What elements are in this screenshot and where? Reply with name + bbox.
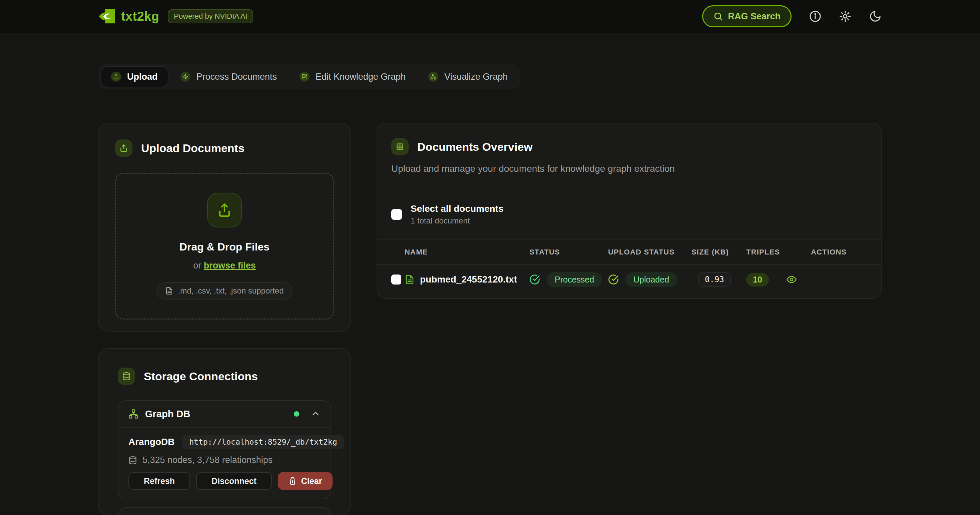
graph-db-stats: 5,325 nodes, 3,758 relationships: [129, 455, 321, 465]
view-document-button[interactable]: [786, 274, 797, 285]
column-header-triples: TRIPLES: [746, 248, 786, 256]
eye-icon: [786, 274, 797, 285]
upload-icon: [207, 193, 242, 227]
database-icon: [118, 367, 135, 385]
disconnect-button[interactable]: Disconnect: [196, 472, 272, 490]
supported-formats-pill: .md, .csv, .txt, .json supported: [156, 282, 292, 299]
check-circle-icon: [608, 274, 619, 285]
gear-icon: [839, 10, 851, 23]
app-title: txt2kg: [121, 10, 159, 24]
graph-db-status-dot: [294, 411, 299, 416]
info-button[interactable]: [809, 10, 822, 23]
document-name: pubmed_24552120.txt: [420, 274, 517, 285]
column-header-name: NAME: [405, 248, 529, 256]
file-icon: [165, 287, 173, 295]
network-icon: [129, 409, 138, 419]
select-all-checkbox[interactable]: [391, 209, 402, 220]
graph-db-panel: Graph DB ArangoDB http://localhost:8529: [118, 400, 331, 499]
zap-icon: [180, 72, 191, 82]
upload-icon: [111, 72, 121, 82]
documents-table-header: NAME STATUS UPLOAD STATUS SIZE (KB) TRIP…: [377, 240, 881, 265]
table-row: pubmed_24552120.txt Processed Uploaded 0…: [377, 265, 881, 294]
status-badge: Processed: [547, 272, 602, 287]
total-documents-count: 1 total document: [410, 216, 504, 226]
info-icon: [809, 10, 822, 23]
upload-status-badge: Uploaded: [625, 272, 677, 287]
tab-upload[interactable]: Upload: [101, 67, 168, 87]
network-icon: [428, 72, 438, 82]
vector-db-header[interactable]: Vector DB: [118, 508, 331, 515]
storage-card-title: Storage Connections: [144, 370, 258, 383]
tab-edit-knowledge-graph[interactable]: Edit Knowledge Graph: [290, 67, 415, 87]
dropzone-title: Drag & Drop Files: [180, 241, 269, 253]
search-icon: [713, 11, 723, 21]
moon-icon: [869, 10, 881, 23]
nvidia-logo-icon: [99, 9, 115, 24]
documents-card-title: Documents Overview: [417, 140, 533, 153]
settings-button[interactable]: [839, 10, 851, 23]
rag-search-button[interactable]: RAG Search: [702, 5, 792, 27]
documents-card-subtitle: Upload and manage your documents for kno…: [391, 164, 867, 174]
chevron-up-icon[interactable]: [310, 409, 321, 419]
column-header-size: SIZE (KB): [692, 248, 746, 256]
powered-by-badge: Powered by NVIDIA AI: [168, 10, 253, 23]
column-header-status: STATUS: [529, 248, 608, 256]
column-header-actions: ACTIONS: [786, 248, 867, 256]
graph-db-label: Graph DB: [145, 409, 190, 420]
dropzone-subtext: or browse files: [193, 261, 256, 271]
table-icon: [391, 138, 409, 156]
tab-process-documents[interactable]: Process Documents: [170, 67, 287, 87]
theme-toggle-button[interactable]: [869, 10, 881, 23]
file-dropzone[interactable]: Drag & Drop Files or browse files .md, .…: [115, 173, 334, 319]
tab-visualize-graph[interactable]: Visualize Graph: [418, 67, 518, 87]
vector-db-panel: Vector DB: [118, 507, 331, 515]
storage-connections-card: Storage Connections Graph DB: [99, 348, 351, 515]
size-value: 0.93: [698, 272, 731, 287]
documents-overview-card: Documents Overview Upload and manage you…: [377, 123, 881, 299]
main-tab-bar: Upload Process Documents Edit Knowledge …: [99, 64, 520, 89]
triples-badge: 10: [746, 273, 769, 286]
refresh-button[interactable]: Refresh: [129, 472, 190, 490]
check-circle-icon: [529, 274, 540, 285]
upload-card-title: Upload Documents: [141, 142, 245, 155]
column-header-upload-status: UPLOAD STATUS: [608, 248, 692, 256]
graph-db-url: http://localhost:8529/_db/txt2kg: [183, 435, 344, 449]
upload-icon: [115, 140, 132, 157]
graph-db-header[interactable]: Graph DB: [118, 401, 331, 428]
row-checkbox[interactable]: [391, 275, 401, 285]
database-icon: [129, 456, 137, 465]
edit-icon: [299, 72, 310, 82]
app-header: txt2kg Powered by NVIDIA AI RAG Search: [0, 0, 980, 33]
upload-documents-card: Upload Documents Drag & Drop Files or br…: [99, 123, 351, 332]
browse-files-link[interactable]: browse files: [204, 261, 256, 270]
clear-button[interactable]: Clear: [278, 472, 333, 490]
trash-icon: [288, 477, 296, 485]
select-all-label: Select all documents: [410, 203, 504, 214]
file-text-icon: [405, 275, 415, 285]
graph-db-provider: ArangoDB: [129, 437, 175, 447]
